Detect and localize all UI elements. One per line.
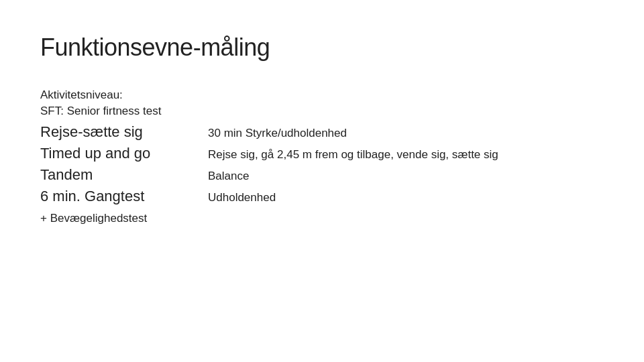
slide-container: Funktionsevne-måling Aktivitetsniveau: S… xyxy=(0,0,644,362)
row-timed-up-and-go: Timed up and go Rejse sig, gå 2,45 m fre… xyxy=(40,145,604,162)
label-sft: SFT: Senior firtness test xyxy=(40,105,201,118)
row-sft: SFT: Senior firtness test xyxy=(40,105,604,118)
description-timed-up-and-go: Rejse sig, gå 2,45 m frem og tilbage, ve… xyxy=(208,148,498,162)
row-bevaegelighedstest: + Bevægelighedstest xyxy=(40,212,604,225)
content-area: Aktivitetsniveau: SFT: Senior firtness t… xyxy=(40,88,604,229)
row-gangtest: 6 min. Gangtest Udholdenhed xyxy=(40,188,604,205)
description-rejse-saette: 30 min Styrke/udholdenhed xyxy=(208,127,347,140)
label-aktivitetsniveau: Aktivitetsniveau: xyxy=(40,88,201,102)
label-bevaegelighedstest: + Bevægelighedstest xyxy=(40,212,201,225)
row-rejse-saette: Rejse-sætte sig 30 min Styrke/udholdenhe… xyxy=(40,123,604,141)
description-tandem: Balance xyxy=(208,170,249,183)
row-aktivitetsniveau: Aktivitetsniveau: xyxy=(40,88,604,102)
label-gangtest: 6 min. Gangtest xyxy=(40,188,201,205)
description-gangtest: Udholdenhed xyxy=(208,191,276,204)
label-timed-up-and-go: Timed up and go xyxy=(40,145,201,162)
label-rejse-saette: Rejse-sætte sig xyxy=(40,123,201,141)
label-tandem: Tandem xyxy=(40,166,201,184)
slide-title: Funktionsevne-måling xyxy=(40,34,604,62)
row-tandem: Tandem Balance xyxy=(40,166,604,184)
